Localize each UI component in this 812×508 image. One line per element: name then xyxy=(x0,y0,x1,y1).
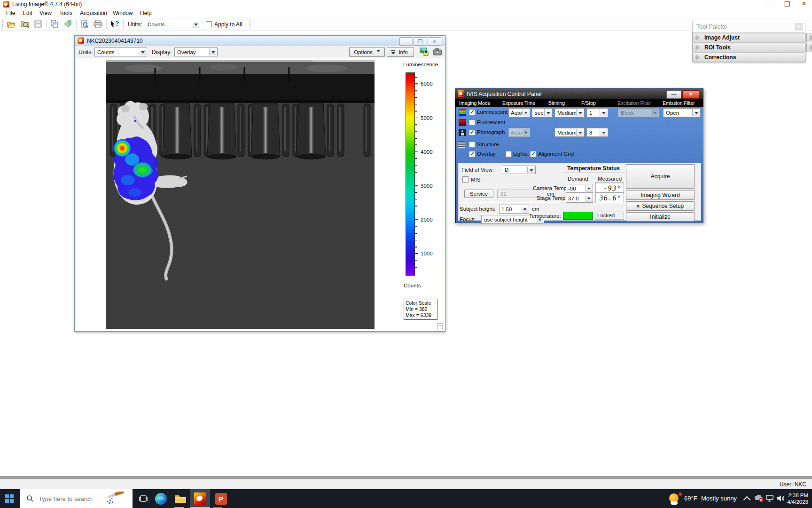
image-minimize-button[interactable]: — xyxy=(399,37,413,46)
initialize-button[interactable]: Initialize xyxy=(626,212,695,222)
display-select[interactable]: Overlay xyxy=(174,48,218,56)
acquisition-titlebar[interactable]: IVIS Acquisition Control Panel — × xyxy=(455,89,703,99)
close-button[interactable]: × xyxy=(797,0,811,7)
menu-window[interactable]: Window xyxy=(113,10,133,16)
options-button[interactable]: Options xyxy=(349,47,385,57)
lights-checkbox[interactable] xyxy=(506,151,512,157)
image-restore-button[interactable]: ❐ xyxy=(414,37,427,46)
acquisition-panel: IVIS Acquisition Control Panel — × Imagi… xyxy=(455,88,703,223)
powerpoint-icon[interactable]: P xyxy=(211,489,230,508)
mis-checkbox[interactable] xyxy=(462,176,468,183)
menu-bar: File Edit View Tools Acquisition Window … xyxy=(0,8,812,18)
menu-help[interactable]: Help xyxy=(140,10,152,16)
fluorescent-checkbox[interactable] xyxy=(469,119,475,126)
task-view-icon[interactable] xyxy=(134,489,153,508)
toolbar-grip-end[interactable] xyxy=(249,20,251,29)
stray-pixel xyxy=(134,120,136,122)
taskbar-search[interactable] xyxy=(20,489,133,508)
temperature-label: Temperature: xyxy=(529,213,561,219)
sequence-setup-button[interactable]: » Sequence Setup xyxy=(626,201,695,211)
tool-palette-titlebar[interactable]: Tool Palette x xyxy=(692,21,805,33)
copy-icon[interactable] xyxy=(50,19,60,29)
photograph-binning-select[interactable]: Medium xyxy=(554,128,585,137)
volume-icon[interactable] xyxy=(776,494,785,504)
menu-view[interactable]: View xyxy=(39,10,52,16)
clock-time: 2:38 PM xyxy=(787,492,808,499)
luminescent-binning-select[interactable]: Medium xyxy=(554,108,585,117)
image-close-button[interactable]: × xyxy=(428,37,441,46)
specimen-photo-canvas[interactable] xyxy=(106,60,375,329)
export-image-icon[interactable] xyxy=(420,48,429,56)
context-help-icon[interactable]: ? xyxy=(109,19,120,29)
colorbar-unit-label: Counts xyxy=(404,283,421,288)
living-image-taskbar-icon[interactable] xyxy=(190,489,210,508)
info-button[interactable]: Info xyxy=(387,47,414,57)
taskbar: P 69°F Mostly sunny 2:38 PM 4/4/2023 xyxy=(0,489,812,508)
palette-section-roi-tools[interactable]: ROI Tools xyxy=(692,43,805,52)
colorbar-tick xyxy=(415,77,417,78)
menu-file[interactable]: File xyxy=(6,10,15,16)
palette-section-corrections[interactable]: Corrections xyxy=(692,53,805,62)
apply-to-all-checkbox[interactable] xyxy=(206,21,212,27)
network-icon[interactable] xyxy=(766,495,774,504)
weather-desc[interactable]: Mostly sunny xyxy=(701,495,737,502)
subject-height-spinner[interactable]: 1.50 xyxy=(499,205,529,214)
image-units-label: Units: xyxy=(78,49,93,56)
structure-checkbox[interactable] xyxy=(469,142,475,148)
image-units-select[interactable]: Counts xyxy=(94,48,147,56)
label-tag-icon[interactable] xyxy=(63,19,73,29)
luminescent-fstop-select[interactable]: 1 xyxy=(586,108,608,117)
exposure-unit-select[interactable]: sec xyxy=(532,108,553,117)
search-input[interactable] xyxy=(38,495,105,503)
tool-palette-close-icon[interactable]: x xyxy=(795,23,803,31)
service-button[interactable]: Service xyxy=(464,190,493,198)
browse-icon[interactable] xyxy=(20,19,31,29)
acquisition-close-button[interactable]: × xyxy=(682,90,699,99)
edge-browser-icon[interactable] xyxy=(151,489,170,508)
lights-label: Lights xyxy=(513,151,528,157)
start-button[interactable] xyxy=(0,489,19,508)
palette-section-image-adjust[interactable]: Image Adjust xyxy=(692,33,805,42)
tray-overflow-chevron-icon[interactable] xyxy=(743,496,751,504)
menu-edit[interactable]: Edit xyxy=(23,10,32,16)
colorbar-title: Luminescence xyxy=(403,62,438,67)
alignment-grid-checkbox[interactable] xyxy=(530,151,536,157)
snapshot-camera-icon[interactable] xyxy=(433,48,442,56)
menu-acquisition[interactable]: Acquisition xyxy=(80,10,107,16)
restore-button[interactable]: ❐ xyxy=(780,1,794,8)
menu-tools[interactable]: Tools xyxy=(59,10,72,16)
units-select[interactable]: Counts xyxy=(145,20,200,29)
header-exposure-time: Exposure Time xyxy=(502,100,535,106)
acquisition-minimize-button[interactable]: — xyxy=(666,90,681,99)
print-preview-icon[interactable] xyxy=(80,19,90,29)
main-toolbar: ? Units: Counts Apply to All xyxy=(0,18,812,31)
acquire-button[interactable]: Acquire xyxy=(626,164,695,189)
colorbar-tick xyxy=(415,192,417,193)
minimize-button[interactable]: — xyxy=(762,1,776,8)
luminescent-exposure-spinner[interactable]: Auto xyxy=(508,108,530,117)
luminescent-checkbox[interactable] xyxy=(469,109,475,115)
stage-temp-spinner[interactable]: 37.0 xyxy=(566,194,593,203)
file-explorer-icon[interactable] xyxy=(171,489,190,508)
open-icon[interactable] xyxy=(7,19,17,29)
weather-temp[interactable]: 69°F xyxy=(684,495,697,502)
field-of-view-select[interactable]: D xyxy=(502,166,536,174)
colorbar-gradient[interactable] xyxy=(406,72,415,276)
emission-filter-select[interactable]: Open xyxy=(663,108,701,117)
camera-temp-spinner[interactable]: -90 xyxy=(566,184,593,193)
photograph-fstop-select[interactable]: 8 xyxy=(586,128,608,137)
temperature-indicator xyxy=(563,212,593,220)
colorbar-tick-label: 1000 xyxy=(421,251,433,256)
onedrive-error-icon[interactable] xyxy=(754,494,764,504)
image-window-titlebar[interactable]: NKC20230404143710 — ❐ × xyxy=(75,36,445,47)
print-icon[interactable] xyxy=(93,19,103,29)
toolbar-grip[interactable] xyxy=(1,20,3,29)
taskbar-clock[interactable]: 2:38 PM 4/4/2023 xyxy=(787,492,808,505)
overlay-checkbox[interactable] xyxy=(469,151,475,157)
expand-arrow-icon xyxy=(696,45,702,50)
save-icon[interactable] xyxy=(33,19,44,29)
photograph-checkbox[interactable] xyxy=(469,129,475,135)
weather-icon[interactable] xyxy=(669,492,682,505)
imaging-wizard-button[interactable]: Imaging Wizard xyxy=(626,190,695,200)
resize-grip[interactable] xyxy=(437,322,443,329)
